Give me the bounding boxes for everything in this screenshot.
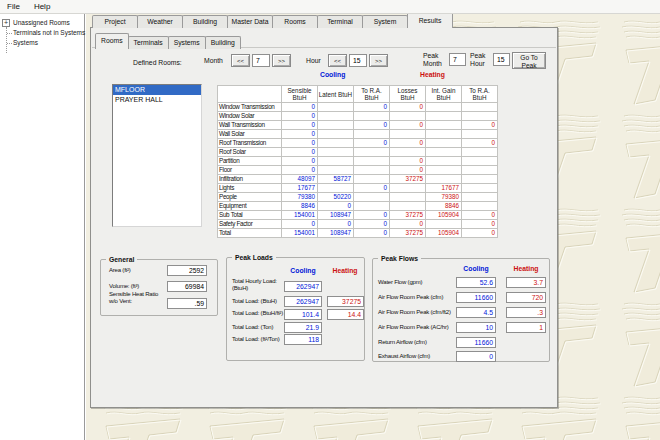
column-header-to-r-a-btuh: To R.A. BtuH [354,86,390,103]
load-cell [426,130,462,139]
cooling-section-label: Cooling [320,71,345,79]
load-cell [462,184,498,193]
peak-loads-heating-value-2: 14.4 [327,309,364,320]
load-cell [462,130,498,139]
sub-tab-building[interactable]: Building [205,36,241,49]
peak-flows-label-2: Air Flow Room Peak (cfm/ft2) [378,309,451,316]
peak-flows-group: Peak Flows Cooling Heating Water Flow (g… [372,258,550,362]
room-item-mfloor[interactable]: MFLOOR [113,85,201,95]
peak-flows-cooling-value-1: 11660 [456,292,496,303]
peak-flows-group-title: Peak Flows [378,255,421,263]
general-group: General Area (ft²)2592Volume: (ft³)69984… [100,259,218,316]
load-cell [390,130,426,139]
table-row-window-transmission: Window Transmission000 [218,103,498,112]
tab-building[interactable]: Building [182,15,228,28]
load-cell [354,175,390,184]
table-row-sub-total: Sub Total1540011089470372751059040 [218,211,498,220]
load-cell: 105904 [426,229,462,238]
row-label: Safety Factor [218,220,282,229]
load-cell [354,166,390,175]
tree-item-label: Terminals not in Systems [13,29,85,36]
defined-rooms-listbox[interactable]: MFLOORPRAYER HALL [112,84,202,227]
menu-file[interactable]: File [0,2,27,11]
load-cell [426,112,462,121]
load-cell [318,148,354,157]
hour-next-button[interactable]: >> [369,54,388,67]
general-value-1: 69984 [167,281,207,292]
load-cell: 0 [318,202,354,211]
load-cell: 0 [354,220,390,229]
hour-value-field[interactable]: 15 [349,54,367,67]
menu-help[interactable]: Help [27,2,57,11]
load-cell: 0 [462,121,498,130]
sub-tab-terminals[interactable]: Terminals [128,36,169,49]
heating-section-label: Heating [420,71,445,79]
row-label: Infiltration [218,175,282,184]
tree-item-systems[interactable]: Systems [0,38,84,48]
hour-prev-button[interactable]: << [328,54,347,67]
room-item-prayer-hall[interactable]: PRAYER HALL [113,95,201,105]
tab-results[interactable]: Results [407,12,453,28]
load-cell [354,148,390,157]
tab-master-data[interactable]: Master Data [227,15,273,28]
sub-tab-rooms[interactable]: Rooms [95,33,129,49]
project-tree: +Unassigned RoomsTerminals not in System… [0,14,84,48]
sub-tab-systems[interactable]: Systems [168,36,206,49]
load-cell [426,148,462,157]
load-cell [462,148,498,157]
peak-loads-label-0: Total Hourly Load: (BtuH) [232,278,282,292]
peak-flows-heating-value-0: 3.7 [506,277,546,288]
peak-flows-cooling-value-0: 52.6 [456,277,496,288]
row-label: Roof Solar [218,148,282,157]
load-cell: 0 [282,121,318,130]
load-cell [426,220,462,229]
row-label: Roof Transmission [218,139,282,148]
row-label: Lights [218,184,282,193]
month-value-field[interactable]: 7 [252,54,270,67]
load-cell: 105904 [426,211,462,220]
tab-terminal[interactable]: Terminal [317,15,363,28]
peak-loads-label-4: Total Load: (ft²/Ton) [232,336,280,343]
hour-label: Hour [306,57,321,65]
peak-loads-label-2: Total Load: (BtuH/ft²) [232,310,283,317]
peak-hour-field: 15 [493,53,510,66]
load-cell [462,157,498,166]
load-cell: 17677 [426,184,462,193]
peak-flows-heating-value-2: .3 [506,307,546,318]
tree-item-unassigned-rooms[interactable]: +Unassigned Rooms [0,18,84,28]
tab-system[interactable]: System [362,15,408,28]
tree-item-terminals-not-in-systems[interactable]: Terminals not in Systems [0,28,84,38]
load-cell: 0 [462,229,498,238]
table-row-safety-factor: Safety Factor00000 [218,220,498,229]
expand-icon[interactable]: + [2,19,10,27]
row-label: Wall Transmission [218,121,282,130]
peak-flows-label-0: Water Flow (gpm) [378,279,422,286]
peak-hour-label: Peak Hour [470,52,492,67]
load-cell [354,193,390,202]
peak-flows-heating-header: Heating [506,265,546,272]
column-header-to-r-a-btuh: To R.A. BtuH [462,86,498,103]
peak-flows-cooling-value-5: 0 [456,351,496,362]
column-header-latent-btuh: Latent BtuH [318,86,354,103]
general-value-2: .59 [167,298,207,309]
load-cell: 37275 [390,211,426,220]
peak-loads-cooling-value-3: 21.9 [284,322,322,333]
column-header-sensible-btuh: Sensible BtuH [282,86,318,103]
peak-loads-label-3: Total Load: (Ton) [232,324,273,331]
load-cell [318,184,354,193]
load-cell [462,103,498,112]
tab-rooms[interactable]: Rooms [272,15,318,28]
load-cell: 50220 [318,193,354,202]
load-cell: 17677 [282,184,318,193]
load-cell: 8846 [282,202,318,211]
tab-weather[interactable]: Weather [137,15,183,28]
peak-flows-label-5: Exhaust Airflow (cfm) [378,353,430,360]
go-to-peak-button[interactable]: Go To Peak [512,52,546,69]
load-cell: 0 [354,103,390,112]
month-next-button[interactable]: >> [272,54,291,67]
peak-flows-label-4: Return Airflow (cfm) [378,339,427,346]
load-cell: 0 [354,229,390,238]
month-prev-button[interactable]: << [231,54,250,67]
tab-project[interactable]: Project [92,15,138,28]
load-cell: 0 [354,184,390,193]
